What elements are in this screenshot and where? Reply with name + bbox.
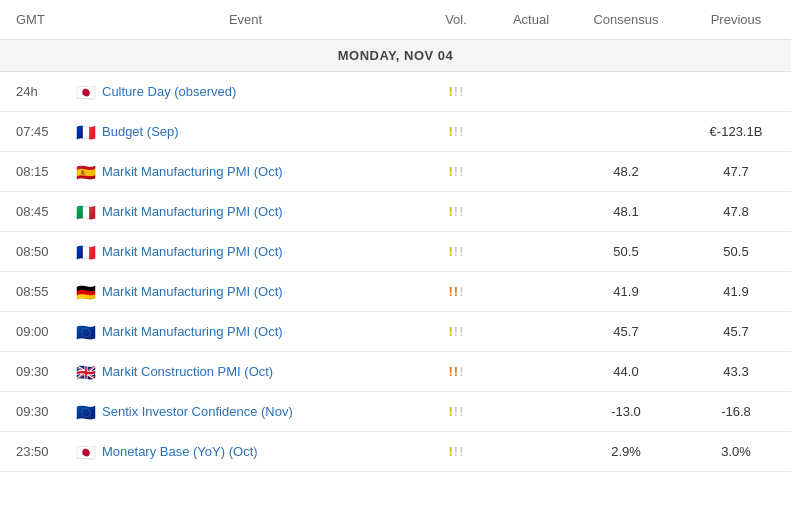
cell-event: 🇫🇷Markit Manufacturing PMI (Oct) xyxy=(70,236,421,267)
country-flag: 🇯🇵 xyxy=(76,85,96,99)
vol-icon: ! xyxy=(448,125,452,138)
event-link[interactable]: Markit Construction PMI (Oct) xyxy=(102,364,273,379)
table-row: 08:15🇪🇸Markit Manufacturing PMI (Oct)!!!… xyxy=(0,152,791,192)
vol-icon: ! xyxy=(454,325,458,338)
cell-event: 🇯🇵Monetary Base (YoY) (Oct) xyxy=(70,436,421,467)
vol-icon: ! xyxy=(454,125,458,138)
vol-icon: ! xyxy=(459,125,463,138)
vol-icon: ! xyxy=(459,205,463,218)
vol-icon: ! xyxy=(459,245,463,258)
cell-consensus: 41.9 xyxy=(571,276,681,307)
table-row: 24h🇯🇵Culture Day (observed)!!! xyxy=(0,72,791,112)
cell-event: 🇬🇧Markit Construction PMI (Oct) xyxy=(70,356,421,387)
cell-previous: 41.9 xyxy=(681,276,791,307)
cell-gmt: 09:30 xyxy=(0,356,70,387)
cell-previous: 47.8 xyxy=(681,196,791,227)
event-link[interactable]: Markit Manufacturing PMI (Oct) xyxy=(102,164,283,179)
event-link[interactable]: Markit Manufacturing PMI (Oct) xyxy=(102,244,283,259)
vol-icon: ! xyxy=(448,245,452,258)
vol-icon: ! xyxy=(459,85,463,98)
cell-actual xyxy=(491,404,571,420)
table-row: 08:50🇫🇷Markit Manufacturing PMI (Oct)!!!… xyxy=(0,232,791,272)
vol-icon: ! xyxy=(448,405,452,418)
cell-gmt: 07:45 xyxy=(0,116,70,147)
vol-icon: ! xyxy=(459,285,463,298)
table-row: 08:45🇮🇹Markit Manufacturing PMI (Oct)!!!… xyxy=(0,192,791,232)
vol-icon: ! xyxy=(454,85,458,98)
cell-previous xyxy=(681,84,791,100)
cell-actual xyxy=(491,84,571,100)
event-link[interactable]: Markit Manufacturing PMI (Oct) xyxy=(102,284,283,299)
cell-consensus: 2.9% xyxy=(571,436,681,467)
cell-gmt: 08:50 xyxy=(0,236,70,267)
cell-actual xyxy=(491,364,571,380)
rows-container: 24h🇯🇵Culture Day (observed)!!!07:45🇫🇷Bud… xyxy=(0,72,791,472)
header-vol: Vol. xyxy=(421,8,491,31)
event-link[interactable]: Markit Manufacturing PMI (Oct) xyxy=(102,204,283,219)
cell-previous: 47.7 xyxy=(681,156,791,187)
cell-event: 🇪🇺Markit Manufacturing PMI (Oct) xyxy=(70,316,421,347)
cell-gmt: 08:15 xyxy=(0,156,70,187)
vol-icon: ! xyxy=(459,165,463,178)
cell-vol: !!! xyxy=(421,437,491,466)
cell-consensus xyxy=(571,84,681,100)
table-row: 07:45🇫🇷Budget (Sep)!!!€-123.1B xyxy=(0,112,791,152)
vol-icon: ! xyxy=(454,285,458,298)
event-link[interactable]: Markit Manufacturing PMI (Oct) xyxy=(102,324,283,339)
cell-vol: !!! xyxy=(421,157,491,186)
cell-previous: 45.7 xyxy=(681,316,791,347)
header-previous: Previous xyxy=(681,8,791,31)
event-link[interactable]: Culture Day (observed) xyxy=(102,84,236,99)
vol-icon: ! xyxy=(459,405,463,418)
cell-previous: 43.3 xyxy=(681,356,791,387)
cell-previous: 50.5 xyxy=(681,236,791,267)
cell-vol: !!! xyxy=(421,277,491,306)
cell-vol: !!! xyxy=(421,397,491,426)
header-event: Event xyxy=(70,8,421,31)
cell-consensus: 45.7 xyxy=(571,316,681,347)
vol-icon: ! xyxy=(448,325,452,338)
vol-icon: ! xyxy=(448,85,452,98)
vol-icon: ! xyxy=(454,245,458,258)
cell-event: 🇫🇷Budget (Sep) xyxy=(70,116,421,147)
cell-consensus: 44.0 xyxy=(571,356,681,387)
cell-previous: €-123.1B xyxy=(681,116,791,147)
cell-gmt: 09:00 xyxy=(0,316,70,347)
cell-gmt: 08:55 xyxy=(0,276,70,307)
country-flag: 🇫🇷 xyxy=(76,245,96,259)
cell-vol: !!! xyxy=(421,77,491,106)
cell-event: 🇩🇪Markit Manufacturing PMI (Oct) xyxy=(70,276,421,307)
cell-gmt: 23:50 xyxy=(0,436,70,467)
cell-event: 🇪🇺Sentix Investor Confidence (Nov) xyxy=(70,396,421,427)
vol-icon: ! xyxy=(448,365,452,378)
event-link[interactable]: Budget (Sep) xyxy=(102,124,179,139)
vol-icon: ! xyxy=(454,445,458,458)
country-flag: 🇬🇧 xyxy=(76,365,96,379)
cell-actual xyxy=(491,284,571,300)
table-header: GMT Event Vol. Actual Consensus Previous xyxy=(0,0,791,40)
day-separator: MONDAY, NOV 04 xyxy=(0,40,791,72)
cell-gmt: 24h xyxy=(0,76,70,107)
vol-icon: ! xyxy=(454,205,458,218)
vol-icon: ! xyxy=(454,165,458,178)
cell-actual xyxy=(491,244,571,260)
cell-consensus: 48.2 xyxy=(571,156,681,187)
vol-icon: ! xyxy=(454,405,458,418)
event-link[interactable]: Monetary Base (YoY) (Oct) xyxy=(102,444,258,459)
cell-actual xyxy=(491,164,571,180)
event-link[interactable]: Sentix Investor Confidence (Nov) xyxy=(102,404,293,419)
vol-icon: ! xyxy=(454,365,458,378)
cell-previous: -16.8 xyxy=(681,396,791,427)
cell-consensus: 48.1 xyxy=(571,196,681,227)
vol-icon: ! xyxy=(459,365,463,378)
country-flag: 🇪🇺 xyxy=(76,405,96,419)
cell-previous: 3.0% xyxy=(681,436,791,467)
cell-vol: !!! xyxy=(421,237,491,266)
vol-icon: ! xyxy=(459,325,463,338)
cell-gmt: 08:45 xyxy=(0,196,70,227)
cell-vol: !!! xyxy=(421,317,491,346)
cell-actual xyxy=(491,204,571,220)
cell-gmt: 09:30 xyxy=(0,396,70,427)
country-flag: 🇯🇵 xyxy=(76,445,96,459)
country-flag: 🇮🇹 xyxy=(76,205,96,219)
